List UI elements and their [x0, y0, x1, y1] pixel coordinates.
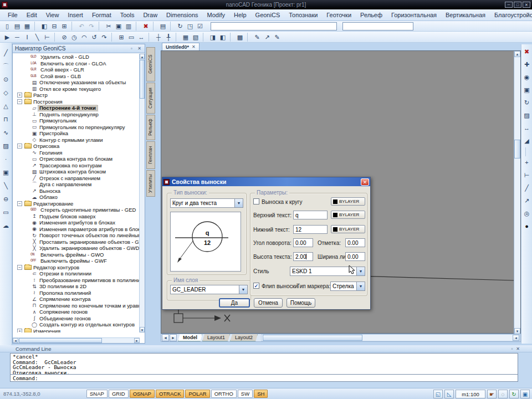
hand-select-icon[interactable]: ☛ [487, 390, 497, 398]
undo-icon[interactable]: ↶ [76, 22, 86, 30]
rotate-cw-icon[interactable]: ↷ [99, 33, 109, 42]
toggle-sh[interactable]: SH [254, 390, 268, 398]
save-icon[interactable]: ▦ [22, 22, 32, 30]
text-height-input[interactable]: 2.00 [293, 252, 313, 261]
tree-item[interactable]: ▭Отрисовка контура по блокам [13, 156, 140, 162]
leader-type-select[interactable]: Круг и два текста ▼ [170, 198, 243, 208]
tree-item[interactable]: ▨Штриховка контура блоком [13, 168, 140, 175]
delete-icon[interactable]: ✖ [141, 22, 151, 30]
zoom-previous-icon[interactable]: ↻ [522, 96, 532, 109]
tree-folder[interactable]: +Растр [13, 92, 140, 99]
tree-item[interactable]: ∿Геолиния [13, 150, 140, 156]
menu-item-14[interactable]: Горизонтальная [387, 11, 441, 19]
dim-linear-icon[interactable]: ↔ [136, 33, 146, 42]
toolbar-field-1[interactable] [211, 22, 337, 30]
flip-leader-checkbox[interactable]: ✓ [253, 283, 259, 289]
canvas-horizontal-scrollbar[interactable]: ◄ [261, 334, 520, 341]
menu-item-0[interactable]: File [3, 11, 22, 19]
bylayer-color-button-1[interactable]: BYLAYER [331, 197, 365, 206]
sheet-tab-layout2[interactable]: Layout2 [230, 334, 258, 341]
menu-item-7[interactable]: Dimensions [162, 11, 202, 19]
tree-item[interactable]: GLDУдалить слой - GLD [13, 54, 140, 60]
leader-link-icon[interactable]: ↗ [262, 33, 272, 42]
close-icon[interactable]: ✕ [516, 346, 520, 351]
tree-item[interactable]: ╳Удалить экранирование объектов - GWD [13, 245, 140, 252]
toggle-grid[interactable]: GRID [109, 390, 129, 398]
arc-segment-icon[interactable]: ◠ [79, 33, 89, 42]
zoom-realtime-icon[interactable]: ◉ [522, 71, 532, 84]
tree-item[interactable]: ▭Прямоугольник по перпендикуляру [13, 124, 140, 131]
pencil-icon[interactable]: ✎ [272, 33, 282, 42]
toggle-ortho[interactable]: ORTHO [211, 390, 237, 398]
leader-tool-icon[interactable]: ↗ [522, 195, 532, 207]
rect-array-icon[interactable]: ⊞ [116, 33, 126, 42]
menu-item-6[interactable]: Draw [139, 11, 162, 19]
expander-minus-icon[interactable]: − [17, 144, 22, 149]
tree-item[interactable]: ◇Контур с прямыми углами [13, 137, 140, 144]
refresh-icon[interactable]: ↻ [509, 390, 519, 398]
tree-folder[interactable]: −Редактирование [13, 201, 140, 207]
construction-line-icon[interactable]: ─ [12, 33, 22, 42]
menu-item-5[interactable]: Tools [116, 11, 139, 19]
tree-item[interactable]: ▱Построение 4-й точки [13, 105, 140, 111]
rectangle-icon[interactable]: ▭ [126, 33, 136, 42]
command-prompt[interactable]: Command: [10, 375, 518, 382]
text-cursor-icon[interactable]: I [22, 33, 32, 42]
sphere-tool-icon[interactable]: ◎ [522, 207, 532, 220]
toggle-otrack[interactable]: OTRACK [156, 390, 185, 398]
dialog-title-bar[interactable]: Свойства выноски ✕ [162, 177, 370, 186]
toolbar-field-2[interactable] [342, 22, 413, 30]
top-text-input[interactable]: q [293, 211, 328, 219]
point-icon[interactable]: · [1, 152, 11, 166]
tree-folder[interactable]: −Построения [13, 99, 140, 105]
redo-icon[interactable]: ↷ [86, 22, 96, 30]
chevron-down-icon[interactable]: ▼ [356, 282, 365, 290]
ellipse-icon[interactable]: ⊖ [1, 192, 11, 206]
expander-plus-icon[interactable]: + [17, 93, 22, 98]
tab-close-icon[interactable]: ✕ [192, 44, 196, 49]
snap-node-icon[interactable]: ┼ [154, 33, 163, 42]
copy-icon[interactable]: ▣ [114, 22, 124, 30]
tree-item[interactable]: OFFВыключить фреймы - GWF [13, 258, 140, 264]
tree-item[interactable]: ∠Спрямление контура [13, 296, 140, 303]
open-icon[interactable]: ▤ [12, 22, 22, 30]
properties-icon[interactable]: ▤ [158, 22, 168, 30]
tree-item[interactable]: ↻Поворот точечных объектов по линейным [13, 232, 140, 239]
tree-folder[interactable]: −Отрисовка [13, 143, 140, 150]
tree-item[interactable]: ▭Прямоугольник [13, 117, 140, 124]
tab-scroll-left-icon[interactable]: ◄ [162, 334, 169, 341]
tree-item[interactable]: ⊓Спрямление по конечным точкам и уравнив… [13, 303, 140, 309]
draw-arc-icon[interactable]: ⌒ [1, 59, 11, 73]
tree-item[interactable]: ▤Отключение указанием на объекты [13, 79, 140, 86]
tree-item[interactable]: ↗Выноска [13, 188, 140, 195]
help-button[interactable]: Помощь [287, 298, 315, 308]
bylayer-color-button-2[interactable]: BYLAYER [331, 211, 365, 219]
document-tab[interactable]: Untitled0* ✕ [162, 43, 200, 50]
block-attach-icon[interactable]: ◨ [208, 33, 218, 42]
block-detach-icon[interactable]: ◧ [218, 33, 228, 42]
monitor-icon[interactable]: ▣ [520, 390, 530, 398]
hatch-region-icon[interactable]: ▨ [1, 139, 11, 152]
polygon-diamond-icon[interactable]: ◇ [1, 86, 11, 99]
menu-item-1[interactable]: Edit [22, 11, 42, 19]
menu-item-2[interactable]: View [42, 11, 64, 19]
expander-minus-icon[interactable]: − [17, 265, 22, 270]
paper-space-icon[interactable]: ◱ [433, 390, 443, 398]
expander-minus-icon[interactable]: − [17, 99, 22, 104]
plot-style-icon[interactable]: ◧ [39, 22, 49, 30]
purge-bomb-icon[interactable]: ● [522, 220, 532, 233]
sheet-tab-model[interactable]: Model [178, 334, 202, 341]
tree-item[interactable]: ⇅3D полилинии в 2D [13, 283, 140, 290]
toggle-osnap[interactable]: OSNAP [130, 390, 155, 398]
boundary-icon[interactable]: ⊓ [1, 112, 11, 126]
close-icon[interactable]: ✕ [136, 45, 142, 52]
scrollbar-thumb[interactable] [19, 338, 102, 343]
scale-display[interactable]: m1:100 [456, 390, 485, 398]
slope-angle-icon[interactable]: ◺ [444, 390, 454, 398]
expander-minus-icon[interactable]: − [17, 201, 22, 206]
menu-item-12[interactable]: Геоточки [322, 11, 356, 19]
menu-item-9[interactable]: Help [229, 11, 251, 19]
tree-item[interactable]: GLBСлой вниз - GLB [13, 73, 140, 80]
zoom-window-icon[interactable]: ▣ [522, 84, 532, 96]
group-blocks-icon[interactable]: ▣ [1, 166, 11, 179]
